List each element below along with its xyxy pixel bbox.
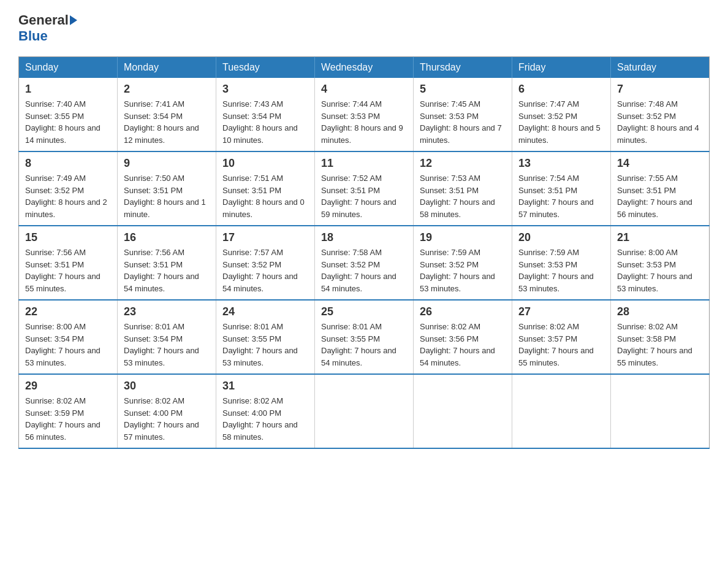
day-number: 11 <box>321 157 407 170</box>
day-info: Sunrise: 7:56 AM Sunset: 3:51 PM Dayligh… <box>25 247 111 294</box>
day-info: Sunrise: 8:02 AM Sunset: 3:59 PM Dayligh… <box>25 395 111 443</box>
day-number: 15 <box>25 231 111 244</box>
day-cell-empty <box>414 374 512 448</box>
day-cell-23: 23 Sunrise: 8:01 AM Sunset: 3:54 PM Dayl… <box>118 300 216 374</box>
day-cell-3: 3 Sunrise: 7:43 AM Sunset: 3:54 PM Dayli… <box>216 78 315 151</box>
day-cell-11: 11 Sunrise: 7:52 AM Sunset: 3:51 PM Dayl… <box>315 151 414 226</box>
day-number: 22 <box>25 305 111 318</box>
day-number: 24 <box>222 305 308 318</box>
calendar-table: SundayMondayTuesdayWednesdayThursdayFrid… <box>18 56 710 449</box>
day-number: 14 <box>617 157 703 170</box>
day-cell-24: 24 Sunrise: 8:01 AM Sunset: 3:55 PM Dayl… <box>216 300 315 374</box>
day-cell-6: 6 Sunrise: 7:47 AM Sunset: 3:52 PM Dayli… <box>512 78 611 151</box>
day-number: 26 <box>420 305 506 318</box>
day-cell-empty <box>512 374 611 448</box>
header-cell-monday: Monday <box>118 57 216 79</box>
day-info: Sunrise: 8:00 AM Sunset: 3:54 PM Dayligh… <box>25 321 111 369</box>
day-info: Sunrise: 8:01 AM Sunset: 3:55 PM Dayligh… <box>321 321 407 369</box>
header-cell-tuesday: Tuesday <box>216 57 315 79</box>
day-number: 30 <box>124 380 210 393</box>
day-cell-31: 31 Sunrise: 8:02 AM Sunset: 4:00 PM Dayl… <box>216 374 315 448</box>
page-header: General Blue <box>18 12 710 44</box>
day-number: 10 <box>222 157 308 170</box>
day-number: 7 <box>617 83 703 96</box>
week-row-5: 29 Sunrise: 8:02 AM Sunset: 3:59 PM Dayl… <box>19 374 710 448</box>
logo: General Blue <box>18 12 78 44</box>
day-number: 31 <box>222 380 308 393</box>
day-info: Sunrise: 7:43 AM Sunset: 3:54 PM Dayligh… <box>222 98 308 146</box>
day-cell-5: 5 Sunrise: 7:45 AM Sunset: 3:53 PM Dayli… <box>414 78 512 151</box>
day-info: Sunrise: 7:45 AM Sunset: 3:53 PM Dayligh… <box>420 98 506 146</box>
day-number: 27 <box>518 305 604 318</box>
day-cell-8: 8 Sunrise: 7:49 AM Sunset: 3:52 PM Dayli… <box>19 151 118 226</box>
day-info: Sunrise: 7:47 AM Sunset: 3:52 PM Dayligh… <box>518 98 604 146</box>
day-cell-30: 30 Sunrise: 8:02 AM Sunset: 4:00 PM Dayl… <box>118 374 216 448</box>
day-info: Sunrise: 8:00 AM Sunset: 3:53 PM Dayligh… <box>617 247 703 294</box>
week-row-2: 8 Sunrise: 7:49 AM Sunset: 3:52 PM Dayli… <box>19 151 710 226</box>
day-number: 4 <box>321 83 407 96</box>
day-info: Sunrise: 7:48 AM Sunset: 3:52 PM Dayligh… <box>617 98 703 146</box>
day-info: Sunrise: 8:02 AM Sunset: 3:58 PM Dayligh… <box>617 321 703 369</box>
day-cell-10: 10 Sunrise: 7:51 AM Sunset: 3:51 PM Dayl… <box>216 151 315 226</box>
day-number: 21 <box>617 231 703 244</box>
header-cell-thursday: Thursday <box>414 57 512 79</box>
day-cell-9: 9 Sunrise: 7:50 AM Sunset: 3:51 PM Dayli… <box>118 151 216 226</box>
day-number: 28 <box>617 305 703 318</box>
day-info: Sunrise: 7:51 AM Sunset: 3:51 PM Dayligh… <box>222 172 308 220</box>
day-info: Sunrise: 7:55 AM Sunset: 3:51 PM Dayligh… <box>617 172 703 220</box>
header-row: SundayMondayTuesdayWednesdayThursdayFrid… <box>19 57 710 79</box>
logo-blue-text: Blue <box>18 28 48 44</box>
day-number: 19 <box>420 231 506 244</box>
day-cell-15: 15 Sunrise: 7:56 AM Sunset: 3:51 PM Dayl… <box>19 226 118 300</box>
day-info: Sunrise: 7:53 AM Sunset: 3:51 PM Dayligh… <box>420 172 506 220</box>
day-number: 29 <box>25 380 111 393</box>
day-cell-27: 27 Sunrise: 8:02 AM Sunset: 3:57 PM Dayl… <box>512 300 611 374</box>
day-number: 25 <box>321 305 407 318</box>
day-cell-21: 21 Sunrise: 8:00 AM Sunset: 3:53 PM Dayl… <box>611 226 710 300</box>
day-info: Sunrise: 7:56 AM Sunset: 3:51 PM Dayligh… <box>124 247 210 294</box>
day-cell-16: 16 Sunrise: 7:56 AM Sunset: 3:51 PM Dayl… <box>118 226 216 300</box>
day-info: Sunrise: 7:49 AM Sunset: 3:52 PM Dayligh… <box>25 172 111 220</box>
header-cell-saturday: Saturday <box>611 57 710 79</box>
day-info: Sunrise: 7:40 AM Sunset: 3:55 PM Dayligh… <box>25 98 111 146</box>
day-info: Sunrise: 7:52 AM Sunset: 3:51 PM Dayligh… <box>321 172 407 220</box>
day-info: Sunrise: 7:54 AM Sunset: 3:51 PM Dayligh… <box>518 172 604 220</box>
day-cell-22: 22 Sunrise: 8:00 AM Sunset: 3:54 PM Dayl… <box>19 300 118 374</box>
day-info: Sunrise: 7:58 AM Sunset: 3:52 PM Dayligh… <box>321 247 407 294</box>
day-cell-19: 19 Sunrise: 7:59 AM Sunset: 3:52 PM Dayl… <box>414 226 512 300</box>
week-row-1: 1 Sunrise: 7:40 AM Sunset: 3:55 PM Dayli… <box>19 78 710 151</box>
day-number: 9 <box>124 157 210 170</box>
logo-arrow-icon <box>70 15 77 25</box>
day-number: 17 <box>222 231 308 244</box>
week-row-3: 15 Sunrise: 7:56 AM Sunset: 3:51 PM Dayl… <box>19 226 710 300</box>
day-number: 18 <box>321 231 407 244</box>
day-info: Sunrise: 8:02 AM Sunset: 4:00 PM Dayligh… <box>222 395 308 443</box>
day-cell-4: 4 Sunrise: 7:44 AM Sunset: 3:53 PM Dayli… <box>315 78 414 151</box>
day-cell-17: 17 Sunrise: 7:57 AM Sunset: 3:52 PM Dayl… <box>216 226 315 300</box>
calendar-header: SundayMondayTuesdayWednesdayThursdayFrid… <box>19 57 710 79</box>
day-cell-20: 20 Sunrise: 7:59 AM Sunset: 3:53 PM Dayl… <box>512 226 611 300</box>
day-info: Sunrise: 7:59 AM Sunset: 3:53 PM Dayligh… <box>518 247 604 294</box>
day-number: 12 <box>420 157 506 170</box>
calendar-body: 1 Sunrise: 7:40 AM Sunset: 3:55 PM Dayli… <box>19 78 710 448</box>
day-cell-2: 2 Sunrise: 7:41 AM Sunset: 3:54 PM Dayli… <box>118 78 216 151</box>
day-cell-13: 13 Sunrise: 7:54 AM Sunset: 3:51 PM Dayl… <box>512 151 611 226</box>
day-info: Sunrise: 8:01 AM Sunset: 3:54 PM Dayligh… <box>124 321 210 369</box>
day-number: 6 <box>518 83 604 96</box>
day-info: Sunrise: 7:44 AM Sunset: 3:53 PM Dayligh… <box>321 98 407 146</box>
day-info: Sunrise: 8:02 AM Sunset: 3:57 PM Dayligh… <box>518 321 604 369</box>
day-cell-25: 25 Sunrise: 8:01 AM Sunset: 3:55 PM Dayl… <box>315 300 414 374</box>
day-cell-14: 14 Sunrise: 7:55 AM Sunset: 3:51 PM Dayl… <box>611 151 710 226</box>
day-info: Sunrise: 8:02 AM Sunset: 4:00 PM Dayligh… <box>124 395 210 443</box>
week-row-4: 22 Sunrise: 8:00 AM Sunset: 3:54 PM Dayl… <box>19 300 710 374</box>
day-info: Sunrise: 7:41 AM Sunset: 3:54 PM Dayligh… <box>124 98 210 146</box>
header-cell-wednesday: Wednesday <box>315 57 414 79</box>
header-cell-sunday: Sunday <box>19 57 118 79</box>
day-number: 1 <box>25 83 111 96</box>
day-cell-7: 7 Sunrise: 7:48 AM Sunset: 3:52 PM Dayli… <box>611 78 710 151</box>
day-number: 23 <box>124 305 210 318</box>
day-info: Sunrise: 8:01 AM Sunset: 3:55 PM Dayligh… <box>222 321 308 369</box>
day-info: Sunrise: 8:02 AM Sunset: 3:56 PM Dayligh… <box>420 321 506 369</box>
day-info: Sunrise: 7:59 AM Sunset: 3:52 PM Dayligh… <box>420 247 506 294</box>
day-number: 5 <box>420 83 506 96</box>
